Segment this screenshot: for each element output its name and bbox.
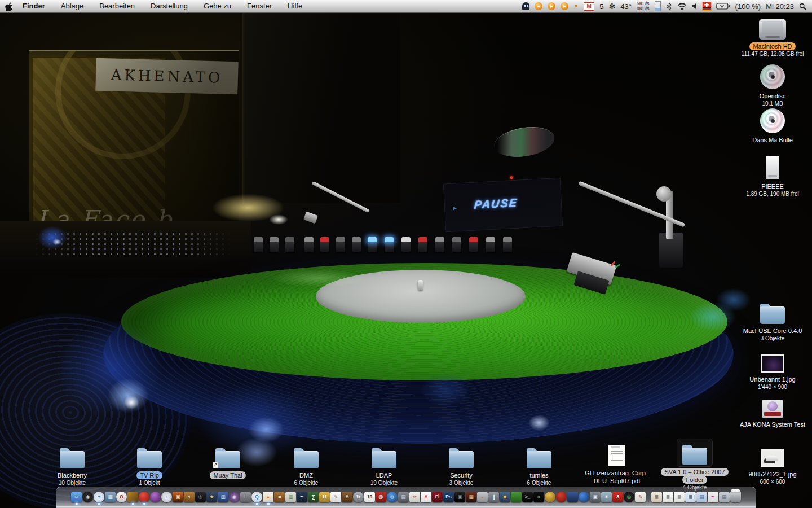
dock-blue-figure-icon[interactable]: [567, 489, 579, 505]
dock-minimized-window-blue-icon[interactable]: ▤: [696, 489, 708, 505]
dock-minimized-window-gray-icon[interactable]: ▤: [719, 489, 730, 505]
dock-dashboard-icon[interactable]: ◉: [82, 489, 94, 505]
dock-google-earth-icon[interactable]: ◍: [387, 489, 398, 505]
dock-sync-icon[interactable]: ↻: [353, 489, 364, 505]
playback-next-icon[interactable]: ▶: [561, 2, 568, 10]
dock-front-row-icon[interactable]: ▣: [454, 489, 466, 505]
desktop-icon-dmz[interactable]: DMZ 6 Objekte: [270, 443, 343, 487]
wifi-icon[interactable]: [677, 3, 687, 10]
dock-textedit-icon[interactable]: ✎: [330, 489, 342, 505]
playback-menu-triangle-icon[interactable]: ▼: [573, 3, 579, 9]
dock-pages-icon[interactable]: ✒: [297, 489, 308, 505]
desktop-icon-ldap[interactable]: LDAP 19 Objekte: [347, 443, 421, 487]
dock-doc-pen-icon[interactable]: ✎: [635, 489, 646, 505]
dock-audio-meter-icon[interactable]: ≈: [533, 489, 545, 505]
dock-garageband-icon[interactable]: ♬: [184, 489, 195, 505]
spotlight-search-icon[interactable]: [799, 3, 806, 10]
dock-trash-icon[interactable]: [730, 489, 742, 505]
dock-dictionary-icon[interactable]: A: [342, 489, 353, 505]
dock-film-reels-icon[interactable]: ◎: [195, 489, 206, 505]
dock-firefox-icon[interactable]: [579, 489, 590, 505]
menu-fenster[interactable]: Fenster: [239, 0, 280, 12]
bluetooth-icon[interactable]: [666, 2, 672, 11]
dock-green-bag-icon[interactable]: [511, 489, 522, 505]
dock-numbers-icon[interactable]: ▥: [285, 489, 297, 505]
desktop-icon-pieeee[interactable]: PIEEEE 1.89 GB, 190 MB frei: [736, 154, 809, 198]
desktop-icon-unbenannt-jpg[interactable]: Unbenannt-1.jpg 1'440 × 900: [736, 347, 809, 391]
dock-sketchup-icon[interactable]: ✏: [409, 489, 421, 505]
desktop-icon-macintosh-hd[interactable]: Macintosh HD 111.47 GB, 12.08 GB frei: [736, 14, 809, 58]
desktop-icon-aja-kona[interactable]: AJA KONA System Test: [736, 392, 809, 428]
desktop-icon-opendisc[interactable]: Opendisc 10.1 MB: [736, 63, 809, 107]
dock-radar-sphere-icon[interactable]: [545, 489, 556, 505]
dock-addressbook-icon[interactable]: @: [376, 489, 387, 505]
dock-vlc-icon[interactable]: ▲: [263, 489, 274, 505]
dock-transfer-box-icon[interactable]: ■: [274, 489, 285, 505]
dock-calculator-icon[interactable]: =: [240, 489, 251, 505]
dock-chat-mascot-icon[interactable]: ☻: [500, 489, 511, 505]
dock-dvd-disc-icon[interactable]: ◉: [229, 489, 240, 505]
dock-photoshop-icon[interactable]: Ps: [443, 489, 454, 505]
dock-purple-orb-icon[interactable]: [150, 489, 161, 505]
menubar-app-ghost-icon[interactable]: [522, 2, 529, 10]
menu-gehe-zu[interactable]: Gehe zu: [196, 0, 239, 12]
gmail-notifier-icon[interactable]: M: [584, 2, 594, 11]
dock-red-mascot-icon[interactable]: [139, 489, 150, 505]
dock-acrobat-icon[interactable]: A: [421, 489, 432, 505]
cpu-gauge-icon[interactable]: [655, 1, 661, 11]
dock-satellite-icon[interactable]: ✶: [601, 489, 612, 505]
dock-stack-white2-icon[interactable]: ≣: [674, 489, 685, 505]
dock-clapperboard-icon[interactable]: ▥: [218, 489, 229, 505]
dock-iphoto-icon[interactable]: ▣: [173, 489, 184, 505]
dock-safari-icon[interactable]: ✦: [94, 489, 105, 505]
dock-printer-icon[interactable]: ▤: [398, 489, 409, 505]
dock-finder-icon[interactable]: ☺: [71, 489, 82, 505]
input-language-flag-icon[interactable]: [703, 2, 711, 11]
dock-quicktime-icon[interactable]: Q: [251, 489, 263, 505]
dock-red-cube-icon[interactable]: 3: [612, 489, 624, 505]
dock-parallels-icon[interactable]: ∥: [488, 489, 500, 505]
dock-photo-fire-icon[interactable]: ▦: [466, 489, 477, 505]
network-speed-meter[interactable]: 5KB/s 0KB/s: [637, 1, 650, 11]
dock-red-creature-icon[interactable]: [556, 489, 567, 505]
dock-separator[interactable]: [646, 489, 651, 505]
menu-bar-clock[interactable]: Mi 20:23: [766, 2, 794, 11]
dock-utility-icon[interactable]: ▣: [590, 489, 601, 505]
volume-icon[interactable]: [692, 3, 698, 10]
dock-toast-toaster-icon[interactable]: ◒: [477, 489, 488, 505]
desktop-icon-dans-ma-bulle[interactable]: Dans Ma Bulle: [736, 107, 809, 144]
menu-bearbeiten[interactable]: Bearbeiten: [91, 0, 143, 12]
desktop-icon-security[interactable]: Security 3 Objekte: [425, 443, 498, 487]
menu-finder[interactable]: Finder: [17, 0, 53, 12]
apple-menu[interactable]: [0, 2, 17, 11]
menu-darstellung[interactable]: Darstellung: [143, 0, 196, 12]
battery-icon[interactable]: [716, 3, 730, 10]
dock-ical-icon[interactable]: 19: [364, 489, 376, 505]
menu-ablage[interactable]: Ablage: [53, 0, 91, 12]
dock-itunes-icon[interactable]: ♪: [161, 489, 173, 505]
dock-photo-viewer-icon[interactable]: ▦: [105, 489, 116, 505]
desktop-icon-turnies[interactable]: turnies 6 Objekte: [502, 443, 576, 487]
desktop-icon-macfuse[interactable]: MacFUSE Core 0.4.0 3 Objekte: [736, 298, 809, 342]
dock-stack-blue-icon[interactable]: ≣: [685, 489, 696, 505]
desktop-icon-blackberry[interactable]: Blackberry 10 Objekte: [36, 443, 109, 487]
dock-power-dial-icon[interactable]: ◎: [624, 489, 635, 505]
playback-prev-icon[interactable]: ◀: [535, 2, 542, 10]
dock-chalkboard-icon[interactable]: ∑: [308, 489, 319, 505]
desktop-icon-gllizenzantrag-pdf[interactable]: GLLizenzantrag_Corp_ DEU_Sept07.pdf: [580, 440, 654, 485]
playback-play-icon[interactable]: ▶: [548, 2, 555, 10]
dock-imovie-star-icon[interactable]: ★: [206, 489, 218, 505]
desktop-icon-shoe-jpg[interactable]: 908527122_1.jpg 600 × 600: [736, 441, 809, 485]
desktop-icon-sva-folder[interactable]: SVA 1.0 – Office 2007 Folder 4 Objekte: [658, 439, 731, 491]
desktop-icon-muay-thai[interactable]: Muay Thai: [191, 443, 264, 479]
dock-toast-11-icon[interactable]: 11: [319, 489, 330, 505]
desktop-icon-tv-rip[interactable]: TV Rip 1 Objekt: [113, 443, 186, 487]
dock-terminal-icon[interactable]: >_: [522, 489, 533, 505]
dock-opera-icon[interactable]: O: [116, 489, 127, 505]
menu-hilfe[interactable]: Hilfe: [280, 0, 310, 12]
dock-pen-colors-icon[interactable]: ✒: [708, 489, 719, 505]
dock-stack-documents-icon[interactable]: ≣: [651, 489, 663, 505]
dock-stack-white-icon[interactable]: ≣: [663, 489, 674, 505]
fan-control-icon[interactable]: ✻: [609, 2, 616, 10]
dock-fetch-dog-icon[interactable]: [127, 489, 139, 505]
